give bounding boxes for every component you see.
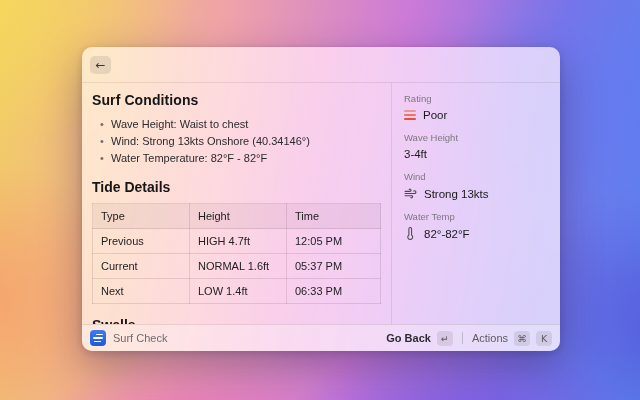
swells-heading: Swells [92, 317, 381, 324]
surf-conditions-list: Wave Height: Waist to chest Wind: Strong… [98, 116, 381, 167]
column-header-time: Time [287, 204, 381, 229]
cell-time: 12:05 PM [287, 229, 381, 254]
back-arrow-icon: ← [95, 59, 105, 71]
meta-group-wind: Wind Strong 13kts [404, 171, 548, 200]
meta-value: 3-4ft [404, 148, 427, 160]
cell-type: Next [93, 279, 190, 304]
back-button[interactable]: ← [90, 56, 111, 74]
meta-group-water-temp: Water Temp 82°-82°F [404, 211, 548, 240]
column-header-type: Type [93, 204, 190, 229]
table-header-row: Type Height Time [93, 204, 381, 229]
cmd-key-icon: ⌘ [514, 331, 530, 346]
meta-value: Poor [423, 109, 447, 121]
surf-check-app-icon [90, 330, 106, 346]
cell-time: 05:37 PM [287, 254, 381, 279]
window-header: ← [82, 47, 560, 83]
go-back-action[interactable]: Go Back [386, 332, 431, 344]
table-row: Next LOW 1.4ft 06:33 PM [93, 279, 381, 304]
list-item: Water Temperature: 82°F - 82°F [98, 150, 381, 167]
wind-icon [404, 187, 417, 200]
meta-label: Wind [404, 171, 548, 182]
cell-time: 06:33 PM [287, 279, 381, 304]
rating-levels-icon [404, 110, 416, 120]
metadata-sidebar: Rating Poor Wave Height 3-4ft Wind [392, 83, 560, 324]
cell-type: Current [93, 254, 190, 279]
return-key-icon: ↵ [437, 331, 453, 346]
k-key-icon: K [536, 331, 552, 346]
cell-height: NORMAL 1.6ft [190, 254, 287, 279]
meta-value: Strong 13kts [424, 188, 489, 200]
cell-height: HIGH 4.7ft [190, 229, 287, 254]
table-row: Current NORMAL 1.6ft 05:37 PM [93, 254, 381, 279]
list-item: Wind: Strong 13kts Onshore (40.34146°) [98, 133, 381, 150]
cell-type: Previous [93, 229, 190, 254]
meta-label: Rating [404, 93, 548, 104]
action-bar: Surf Check Go Back ↵ Actions ⌘ K [82, 324, 560, 351]
surf-conditions-heading: Surf Conditions [92, 92, 381, 108]
meta-group-wave-height: Wave Height 3-4ft [404, 132, 548, 160]
thermometer-icon [404, 227, 417, 240]
detail-content: Surf Conditions Wave Height: Waist to ch… [82, 83, 392, 324]
meta-label: Wave Height [404, 132, 548, 143]
meta-label: Water Temp [404, 211, 548, 222]
footer-divider [462, 332, 463, 344]
tide-details-heading: Tide Details [92, 179, 381, 195]
tide-table: Type Height Time Previous HIGH 4.7ft 12:… [92, 203, 381, 304]
meta-value: 82°-82°F [424, 228, 470, 240]
window-main: Surf Conditions Wave Height: Waist to ch… [82, 83, 560, 324]
app-name: Surf Check [113, 332, 167, 344]
table-row: Previous HIGH 4.7ft 12:05 PM [93, 229, 381, 254]
meta-group-rating: Rating Poor [404, 93, 548, 121]
surf-check-window: ← Surf Conditions Wave Height: Waist to … [82, 47, 560, 351]
column-header-height: Height [190, 204, 287, 229]
actions-menu-button[interactable]: Actions [472, 332, 508, 344]
cell-height: LOW 1.4ft [190, 279, 287, 304]
list-item: Wave Height: Waist to chest [98, 116, 381, 133]
